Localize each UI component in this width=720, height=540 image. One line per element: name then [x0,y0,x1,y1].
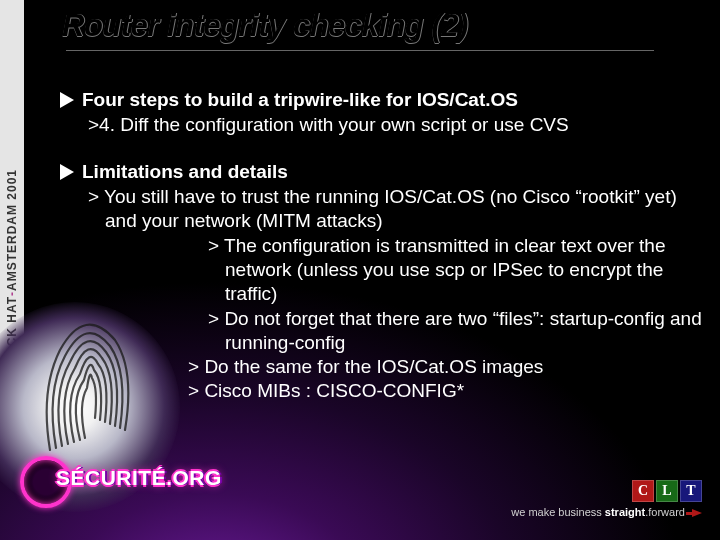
section-2-heading: Limitations and details [60,160,708,184]
sponsor-square-l: L [656,480,678,502]
sponsor-square-c: C [632,480,654,502]
section-2-item-5: > Cisco MIBs : CISCO-CONFIG* [188,379,708,403]
fingerprint-icon [30,310,140,460]
section-2-item-4: > Do the same for the IOS/Cat.OS images [188,355,708,379]
sponsor-tagline: we make business straight.forward [511,506,702,518]
tagline-prefix: we make business [511,506,605,518]
title-underline [66,50,654,51]
triangle-bullet-icon [60,92,74,108]
page-title: Router integrity checking (2) [62,8,468,44]
arrow-icon [692,509,702,517]
banner-dash: - [5,291,19,296]
securite-logo-text: SÉCURITÉ.ORG [56,466,222,490]
sponsor-squares: C L T [511,480,702,502]
section-2-item-2: > The configuration is transmitted in cl… [208,234,708,307]
section-2-item-3: > Do not forget that there are two “file… [208,307,708,356]
section-1-heading: Four steps to build a tripwire-like for … [60,88,708,112]
triangle-bullet-icon [60,164,74,180]
section-2-item-1: > You still have to trust the running IO… [88,185,708,234]
securite-logo: SÉCURITÉ.ORG [20,460,240,504]
tagline-bold: straight [605,506,645,518]
tagline-suffix: .forward [645,506,685,518]
section-1-heading-text: Four steps to build a tripwire-like for … [82,88,518,112]
section-1-item-1: >4. Diff the configuration with your own… [88,113,708,137]
sponsor-square-t: T [680,480,702,502]
banner-place-year: AMSTERDAM 2001 [5,169,19,291]
section-2-heading-text: Limitations and details [82,160,288,184]
sponsor-block: C L T we make business straight.forward [511,480,702,518]
section-1: Four steps to build a tripwire-like for … [60,88,708,138]
